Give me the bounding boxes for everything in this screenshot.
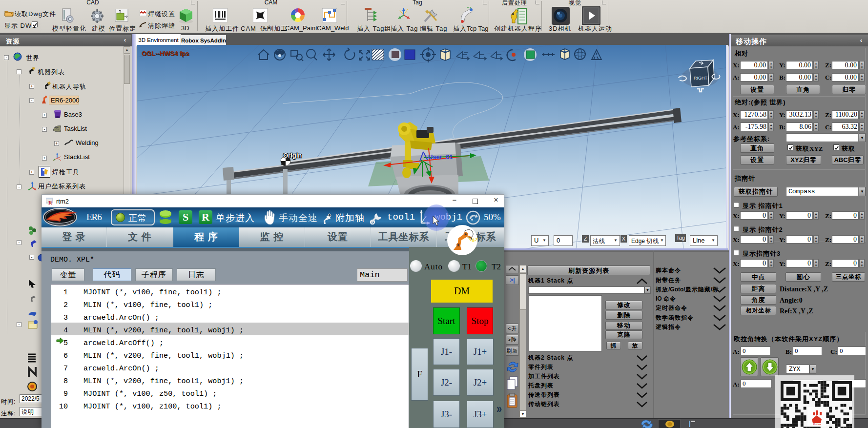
svg-text:Origin: Origin bbox=[283, 152, 302, 159]
svg-text:R: R bbox=[48, 200, 53, 205]
svg-text:RIGHT: RIGHT bbox=[694, 76, 708, 81]
svg-text:Robox: Robox bbox=[813, 423, 821, 426]
svg-text:User_01: User_01 bbox=[428, 153, 453, 161]
